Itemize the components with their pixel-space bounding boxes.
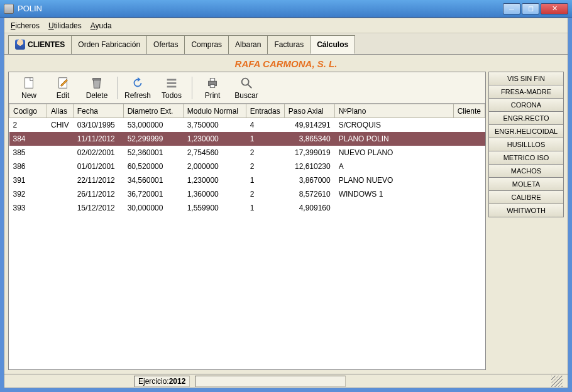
sidebar: VIS SIN FINFRESA-MADRECORONAENGR.RECTOEN… bbox=[488, 72, 564, 370]
table-row[interactable]: 39315/12/201230,0000001,55990014,909160 bbox=[9, 201, 485, 215]
toolbar: New Edit Delete Refresh bbox=[9, 72, 485, 104]
search-icon bbox=[239, 76, 253, 90]
tabrow: CLIENTES Orden Fabricación Ofertas Compr… bbox=[4, 33, 568, 55]
svg-rect-2 bbox=[93, 78, 101, 80]
sidebar-item-engr-helicoidal[interactable]: ENGR.HELICOIDAL bbox=[488, 124, 564, 138]
statusbar: Ejercicio:2012 bbox=[4, 374, 568, 388]
new-file-icon bbox=[22, 76, 36, 90]
menubar: Ficheros Utilidades Ayuda bbox=[4, 18, 568, 33]
sidebar-item-vis-sin-fin[interactable]: VIS SIN FIN bbox=[488, 72, 564, 85]
table-row[interactable]: 39122/11/201234,5600011,23000013,867000P… bbox=[9, 173, 485, 187]
sidebar-item-fresa-madre[interactable]: FRESA-MADRE bbox=[488, 85, 564, 99]
menu-utilidades[interactable]: Utilidades bbox=[48, 21, 82, 30]
sidebar-item-husilllos[interactable]: HUSILLLOS bbox=[488, 138, 564, 151]
pencil-icon bbox=[56, 76, 70, 90]
refresh-button[interactable]: Refresh bbox=[121, 74, 154, 102]
tab-orden-fabricacion[interactable]: Orden Fabricación bbox=[71, 35, 147, 54]
tab-ofertas[interactable]: Ofertas bbox=[146, 35, 185, 54]
svg-rect-8 bbox=[210, 84, 214, 87]
close-button[interactable]: ✕ bbox=[541, 3, 568, 14]
svg-rect-7 bbox=[210, 78, 214, 81]
print-button[interactable]: Print bbox=[196, 74, 229, 102]
minimize-button[interactable]: ─ bbox=[503, 3, 520, 14]
data-grid[interactable]: Codigo Alias Fecha Diametro Ext. Modulo … bbox=[9, 104, 485, 369]
svg-rect-3 bbox=[167, 79, 177, 80]
table-row[interactable]: 38411/11/201252,2999991,23000013,865340P… bbox=[9, 132, 485, 146]
col-paso[interactable]: Paso Axial bbox=[284, 104, 334, 118]
sidebar-item-moleta[interactable]: MOLETA bbox=[488, 177, 564, 191]
buscar-button[interactable]: Buscar bbox=[230, 74, 263, 102]
delete-button[interactable]: Delete bbox=[80, 74, 113, 102]
tab-compras[interactable]: Compras bbox=[184, 35, 229, 54]
refresh-icon bbox=[131, 76, 145, 90]
sidebar-item-calibre[interactable]: CALIBRE bbox=[488, 190, 564, 204]
col-modulo[interactable]: Modulo Normal bbox=[183, 104, 246, 118]
person-icon bbox=[15, 40, 25, 50]
svg-line-10 bbox=[248, 84, 252, 88]
new-button[interactable]: New bbox=[13, 74, 45, 102]
sidebar-item-metrico-iso[interactable]: METRICO ISO bbox=[488, 151, 564, 165]
svg-point-9 bbox=[242, 78, 249, 85]
menu-ficheros[interactable]: Ficheros bbox=[11, 21, 40, 30]
sidebar-item-corona[interactable]: CORONA bbox=[488, 98, 564, 112]
trash-icon bbox=[90, 76, 104, 90]
company-name: RAFA CARMONA, S. L. bbox=[4, 55, 568, 72]
col-entradas[interactable]: Entradas bbox=[246, 104, 284, 118]
sidebar-item-engr-recto[interactable]: ENGR.RECTO bbox=[488, 111, 564, 125]
table-row[interactable]: 38502/02/200152,3600012,754560217,399019… bbox=[9, 146, 485, 160]
table-row[interactable]: 39226/11/201236,7200011,36000028,572610W… bbox=[9, 187, 485, 201]
header-row: Codigo Alias Fecha Diametro Ext. Modulo … bbox=[9, 104, 485, 118]
col-fecha[interactable]: Fecha bbox=[73, 104, 123, 118]
printer-icon bbox=[206, 76, 219, 90]
sidebar-item-machos[interactable]: MACHOS bbox=[488, 164, 564, 178]
col-nplano[interactable]: NºPlano bbox=[334, 104, 453, 118]
tab-clientes[interactable]: CLIENTES bbox=[8, 35, 72, 54]
edit-button[interactable]: Edit bbox=[47, 74, 79, 102]
status-empty bbox=[195, 376, 346, 387]
maximize-button[interactable]: ◻ bbox=[522, 3, 539, 14]
svg-rect-5 bbox=[167, 85, 177, 87]
table-row[interactable]: 2CHIV03/10/199553,0000003,750000449,9142… bbox=[9, 118, 485, 132]
titlebar: POLIN ─ ◻ ✕ bbox=[0, 0, 572, 18]
table-row[interactable]: 38601/01/200160,5200002,000000212,610230… bbox=[9, 160, 485, 173]
window-title: POLIN bbox=[18, 4, 503, 13]
status-ejercicio: Ejercicio:2012 bbox=[134, 376, 190, 387]
col-codigo[interactable]: Codigo bbox=[9, 104, 47, 118]
todos-button[interactable]: Todos bbox=[155, 74, 188, 102]
sidebar-item-whitwoth[interactable]: WHITWOTH bbox=[488, 204, 564, 217]
tab-calculos[interactable]: Cálculos bbox=[310, 35, 355, 54]
tab-albaran[interactable]: Albaran bbox=[228, 35, 268, 54]
svg-rect-4 bbox=[167, 82, 177, 84]
col-cliente[interactable]: Cliente bbox=[453, 104, 485, 118]
menu-ayuda[interactable]: Ayuda bbox=[91, 21, 112, 30]
col-alias[interactable]: Alias bbox=[47, 104, 74, 118]
resize-grip-icon[interactable] bbox=[551, 376, 563, 387]
list-icon bbox=[165, 76, 179, 90]
col-diametro[interactable]: Diametro Ext. bbox=[123, 104, 183, 118]
tab-facturas[interactable]: Facturas bbox=[267, 35, 311, 54]
app-icon bbox=[4, 4, 14, 14]
svg-rect-0 bbox=[25, 77, 33, 88]
